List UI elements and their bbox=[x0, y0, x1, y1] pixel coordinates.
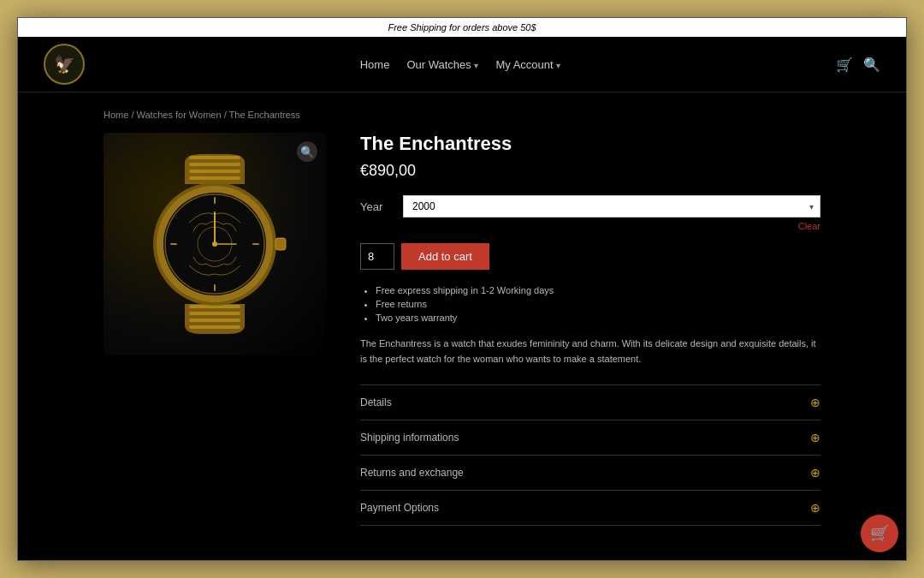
svg-rect-15 bbox=[214, 284, 216, 291]
quantity-input[interactable] bbox=[360, 243, 394, 270]
logo[interactable]: 🦅 bbox=[44, 44, 85, 85]
product-image: 🔍 bbox=[104, 133, 326, 355]
browser-window: Free Shipping for orders above 50$ 🦅 Hom… bbox=[17, 17, 907, 560]
breadcrumb-category[interactable]: Watches for Women bbox=[137, 110, 222, 120]
feature-returns: Free returns bbox=[376, 299, 820, 309]
accordion-shipping: Shipping informations ⊕ bbox=[360, 420, 820, 455]
nav-icons: 🛒 🔍 bbox=[836, 57, 880, 73]
year-select[interactable]: 2000 2001 2002 2003 bbox=[403, 195, 820, 217]
product-layout: 🔍 The Enchantress €890,00 Year 2000 2001… bbox=[104, 133, 820, 525]
clear-link[interactable]: Clear bbox=[360, 221, 820, 231]
nav-our-watches[interactable]: Our Watches ▾ bbox=[406, 58, 478, 71]
svg-rect-2 bbox=[189, 170, 240, 173]
accordion-details-header[interactable]: Details ⊕ bbox=[360, 396, 820, 409]
breadcrumb: Home / Watches for Women / The Enchantre… bbox=[104, 92, 820, 133]
svg-rect-6 bbox=[189, 319, 240, 322]
feature-list: Free express shipping in 1-2 Working day… bbox=[360, 285, 820, 323]
year-label: Year bbox=[360, 200, 386, 213]
accordion-shipping-header[interactable]: Shipping informations ⊕ bbox=[360, 431, 820, 444]
nav-home[interactable]: Home bbox=[360, 58, 390, 71]
breadcrumb-home[interactable]: Home bbox=[104, 110, 128, 120]
main-nav: Home Our Watches ▾ My Account ▾ bbox=[360, 58, 561, 71]
svg-rect-3 bbox=[189, 176, 240, 180]
add-to-cart-button[interactable]: Add to cart bbox=[401, 243, 489, 270]
nav-my-account[interactable]: My Account ▾ bbox=[495, 58, 560, 71]
zoom-icon[interactable]: 🔍 bbox=[297, 141, 317, 162]
accordion-shipping-title: Shipping informations bbox=[360, 432, 459, 444]
svg-rect-5 bbox=[189, 312, 240, 315]
svg-rect-17 bbox=[252, 243, 259, 245]
year-row: Year 2000 2001 2002 2003 ▾ bbox=[360, 195, 820, 217]
watches-dropdown-arrow: ▾ bbox=[474, 61, 478, 70]
feature-shipping: Free express shipping in 1-2 Working day… bbox=[376, 285, 820, 295]
product-price: €890,00 bbox=[360, 162, 820, 180]
accordion-details-title: Details bbox=[360, 396, 392, 408]
announcement-text: Free Shipping for orders above 50$ bbox=[388, 22, 536, 33]
product-title: The Enchantress bbox=[360, 133, 820, 155]
accordion-shipping-icon: ⊕ bbox=[810, 431, 820, 444]
svg-rect-20 bbox=[275, 238, 286, 250]
svg-rect-14 bbox=[214, 197, 216, 204]
accordion-details: Details ⊕ bbox=[360, 384, 820, 420]
svg-rect-7 bbox=[189, 325, 240, 329]
search-icon[interactable]: 🔍 bbox=[863, 57, 880, 73]
year-select-wrapper: 2000 2001 2002 2003 ▾ bbox=[403, 195, 820, 217]
cart-row: Add to cart bbox=[360, 243, 820, 270]
accordion-returns-icon: ⊕ bbox=[810, 466, 820, 480]
product-description: The Enchantress is a watch that exudes f… bbox=[360, 337, 820, 366]
accordion-payment-title: Payment Options bbox=[360, 502, 439, 514]
logo-icon: 🦅 bbox=[54, 54, 75, 74]
accordion-payment-header[interactable]: Payment Options ⊕ bbox=[360, 501, 820, 515]
cart-icon[interactable]: 🛒 bbox=[836, 57, 853, 73]
product-image-container: 🔍 bbox=[104, 133, 326, 355]
svg-rect-1 bbox=[189, 163, 240, 166]
svg-rect-0 bbox=[189, 156, 240, 159]
accordion-returns-title: Returns and exchange bbox=[360, 467, 464, 479]
announcement-bar: Free Shipping for orders above 50$ bbox=[18, 18, 906, 37]
accordion-payment-icon: ⊕ bbox=[810, 501, 820, 515]
header: 🦅 Home Our Watches ▾ My Account ▾ 🛒 🔍 bbox=[18, 37, 906, 92]
accordion-returns-header[interactable]: Returns and exchange ⊕ bbox=[360, 466, 820, 480]
accordion-returns: Returns and exchange ⊕ bbox=[360, 455, 820, 490]
accordion-payment: Payment Options ⊕ bbox=[360, 490, 820, 526]
account-dropdown-arrow: ▾ bbox=[556, 61, 560, 70]
breadcrumb-current: The Enchantress bbox=[229, 110, 300, 120]
product-info: The Enchantress €890,00 Year 2000 2001 2… bbox=[360, 133, 820, 525]
feature-warranty: Two years warranty bbox=[376, 313, 820, 323]
cart-fab-button[interactable]: 🛒 bbox=[861, 515, 898, 552]
svg-rect-16 bbox=[170, 243, 177, 245]
watch-illustration bbox=[121, 146, 309, 343]
main-content: Home / Watches for Women / The Enchantre… bbox=[18, 92, 906, 559]
accordion-details-icon: ⊕ bbox=[810, 396, 820, 409]
